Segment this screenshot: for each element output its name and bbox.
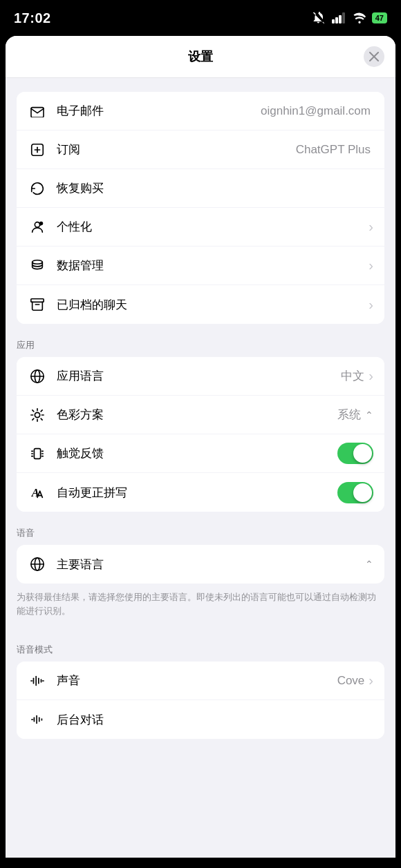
close-icon <box>369 52 379 61</box>
sound-row[interactable]: 声音 Cove <box>17 662 384 700</box>
data-management-row[interactable]: 数据管理 <box>17 247 384 285</box>
haptic-feedback-toggle[interactable] <box>337 443 373 464</box>
svg-rect-26 <box>34 448 40 459</box>
person-icon: + <box>28 218 47 237</box>
envelope-icon <box>28 102 47 121</box>
svg-rect-3 <box>342 12 345 23</box>
restore-icon <box>28 179 47 198</box>
modal-title: 设置 <box>188 48 213 65</box>
color-scheme-row[interactable]: 色彩方案 系统 ⌃ <box>17 396 384 434</box>
email-label: 电子邮件 <box>57 103 261 119</box>
subscription-label: 订阅 <box>57 142 296 157</box>
vibrate-icon <box>28 444 47 463</box>
svg-line-25 <box>41 409 42 411</box>
svg-line-24 <box>32 418 34 420</box>
svg-point-17 <box>35 412 39 417</box>
email-row[interactable]: 电子邮件 oignhin1@gmail.com <box>17 92 384 131</box>
close-button[interactable] <box>364 46 384 67</box>
archived-chats-row[interactable]: 已归档的聊天 <box>17 285 384 324</box>
sound-chevron <box>369 673 373 688</box>
app-language-value: 中文 <box>341 368 364 384</box>
sound-label: 声音 <box>57 673 337 688</box>
sound-value: Cove <box>337 674 365 688</box>
personalization-row[interactable]: + 个性化 <box>17 208 384 247</box>
app-language-label: 应用语言 <box>57 368 341 384</box>
status-icons: 47 <box>313 11 387 25</box>
app-language-chevron <box>369 368 373 384</box>
modal-header: 设置 <box>6 36 395 78</box>
text-a-icon: A <box>28 483 47 502</box>
globe2-icon <box>28 554 47 574</box>
svg-text:A: A <box>31 486 39 499</box>
main-language-label: 主要语言 <box>57 557 365 572</box>
color-scheme-label: 色彩方案 <box>57 407 337 423</box>
database-icon <box>28 256 47 276</box>
haptic-feedback-label: 触觉反馈 <box>57 445 337 461</box>
settings-content: 电子邮件 oignhin1@gmail.com 订阅 ChatGPT Plus <box>6 78 395 766</box>
autocorrect-row[interactable]: A 自动更正拼写 <box>17 473 384 512</box>
bell-slash-icon <box>313 11 326 25</box>
voice-section-label: 语音 <box>6 512 395 545</box>
settings-modal: 设置 电子邮件 oignhin1@gmail.com <box>6 36 395 858</box>
data-management-label: 数据管理 <box>57 258 367 273</box>
waveform2-icon <box>28 710 47 729</box>
svg-rect-0 <box>332 19 335 23</box>
personalization-label: 个性化 <box>57 219 367 235</box>
app-section-label: 应用 <box>6 324 395 357</box>
restore-label: 恢复购买 <box>57 180 373 196</box>
main-language-updown: ⌃ <box>365 559 373 570</box>
background-dialog-row[interactable]: 后台对话 <box>17 700 384 739</box>
waveform-icon <box>28 671 47 691</box>
sun-icon <box>28 405 47 425</box>
subscription-icon <box>28 140 47 160</box>
globe-icon <box>28 367 47 386</box>
status-bar: 17:02 47 <box>0 0 401 36</box>
restore-row[interactable]: 恢复购买 <box>17 169 384 208</box>
archived-chats-chevron <box>369 297 373 313</box>
svg-line-20 <box>32 409 34 411</box>
background-dialog-label: 后台对话 <box>57 712 373 728</box>
autocorrect-label: 自动更正拼写 <box>57 485 337 501</box>
app-language-row[interactable]: 应用语言 中文 <box>17 357 384 396</box>
svg-line-21 <box>41 418 42 420</box>
status-time: 17:02 <box>14 10 51 26</box>
autocorrect-toggle[interactable] <box>337 482 373 503</box>
svg-rect-1 <box>335 17 338 23</box>
haptic-feedback-row[interactable]: 触觉反馈 <box>17 434 384 473</box>
svg-point-11 <box>32 260 43 264</box>
voice-mode-card: 声音 Cove 后台对话 <box>17 662 384 739</box>
voice-mode-section-label: 语音模式 <box>6 628 395 662</box>
voice-card: 主要语言 ⌃ <box>17 545 384 584</box>
subscription-value: ChatGPT Plus <box>296 143 371 157</box>
account-card: 电子邮件 oignhin1@gmail.com 订阅 ChatGPT Plus <box>17 92 384 324</box>
archived-chats-label: 已归档的聊天 <box>57 297 367 313</box>
voice-description: 为获得最佳结果，请选择您使用的主要语言。即使未列出的语言可能也可以通过自动检测功… <box>6 584 395 628</box>
wifi-icon <box>353 12 366 23</box>
subscription-row[interactable]: 订阅 ChatGPT Plus <box>17 131 384 169</box>
data-management-chevron <box>369 258 373 273</box>
archive-icon <box>28 295 47 314</box>
color-scheme-value: 系统 <box>337 407 361 423</box>
color-scheme-updown: ⌃ <box>365 409 373 421</box>
svg-text:+: + <box>39 222 41 225</box>
email-value: oignhin1@gmail.com <box>261 104 371 118</box>
main-language-row[interactable]: 主要语言 ⌃ <box>17 545 384 584</box>
battery-indicator: 47 <box>372 12 387 23</box>
personalization-chevron <box>369 219 373 235</box>
app-card: 应用语言 中文 <box>17 357 384 512</box>
svg-rect-12 <box>31 299 44 302</box>
svg-rect-2 <box>339 15 342 23</box>
signal-icon <box>332 12 347 23</box>
